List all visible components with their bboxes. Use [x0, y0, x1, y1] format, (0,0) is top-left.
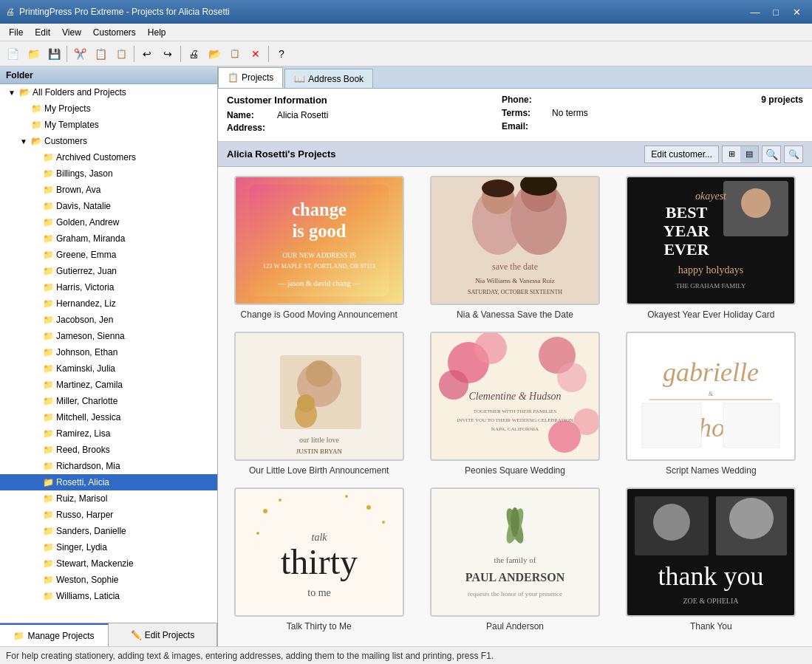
- toolbar-redo[interactable]: ↪: [158, 44, 177, 64]
- tree-item-customers[interactable]: ▼ 📂 Customers: [0, 133, 217, 149]
- toolbar-open[interactable]: 📁: [24, 44, 43, 64]
- tree-item-brown[interactable]: ▶ 📁 Brown, Ava: [0, 182, 217, 198]
- folder-icon-johnson: 📁: [41, 346, 55, 358]
- project-card-little-love[interactable]: our little love JUSTIN BRYAN Our Little …: [227, 332, 411, 476]
- toolbar-new[interactable]: 📄: [3, 44, 22, 64]
- svg-text:the family of: the family of: [494, 555, 536, 564]
- card-image-peonies: Clementine & Hudson TOGETHER WITH THEIR …: [430, 332, 600, 461]
- tree-item-miller[interactable]: ▶ 📁 Miller, Charlotte: [0, 393, 217, 409]
- tree-item-greene[interactable]: ▶ 📁 Greene, Emma: [0, 247, 217, 263]
- manage-label: Manage Projects: [27, 631, 94, 641]
- thumbnail-view-btn[interactable]: ⊞: [723, 146, 740, 162]
- toolbar-help[interactable]: ?: [272, 44, 291, 64]
- tree-item-weston[interactable]: ▶ 📁 Weston, Sophie: [0, 572, 217, 588]
- tree-item-golden[interactable]: ▶ 📁 Golden, Andrew: [0, 214, 217, 230]
- svg-point-71: [653, 504, 690, 541]
- toolbar-save[interactable]: 💾: [44, 44, 64, 64]
- app-icon: 🖨: [6, 7, 15, 17]
- tree-item-davis[interactable]: ▶ 📁 Davis, Natalie: [0, 198, 217, 214]
- toolbar-browse[interactable]: 📂: [205, 44, 224, 64]
- toolbar-cut[interactable]: ✂️: [70, 44, 89, 64]
- phone-label: Phone:: [502, 95, 546, 105]
- projects-header: Alicia Rosetti's Projects Edit customer.…: [218, 142, 812, 167]
- svg-point-56: [382, 521, 385, 524]
- customer-info-bar: Customer Information Name: Alicia Rosett…: [218, 89, 812, 142]
- menu-customers[interactable]: Customers: [87, 24, 142, 41]
- menu-view[interactable]: View: [56, 24, 87, 41]
- project-card-paul[interactable]: the family of PAUL ANDERSON requests the…: [423, 487, 607, 632]
- menu-help[interactable]: Help: [142, 24, 172, 41]
- project-card-thankyou[interactable]: thank you ZOE & OPHELIA Thank You: [619, 487, 803, 632]
- tree-label-brown: Brown, Ava: [55, 185, 100, 195]
- tree-item-singer[interactable]: ▶ 📁 Singer, Lydia: [0, 539, 217, 555]
- project-card-script[interactable]: gabrielle & nicholas Script Names Weddin…: [619, 332, 803, 476]
- folder-icon-harris: 📁: [41, 281, 55, 293]
- toolbar-delete[interactable]: ✕: [246, 44, 265, 64]
- tree-item-richardson[interactable]: ▶ 📁 Richardson, Mia: [0, 458, 217, 474]
- tree-item-gutierrez[interactable]: ▶ 📁 Gutierrez, Juan: [0, 263, 217, 279]
- folder-icon-williams: 📁: [41, 590, 55, 602]
- toolbar-clipboard[interactable]: 📋: [225, 44, 245, 64]
- toolbar-copy[interactable]: 📋: [91, 44, 110, 64]
- tab-address-book[interactable]: 📖 Address Book: [284, 69, 373, 88]
- tree-item-stewart[interactable]: ▶ 📁 Stewart, Mackenzie: [0, 555, 217, 572]
- toolbar-paste[interactable]: 📋: [112, 44, 131, 64]
- project-card-peonies[interactable]: Clementine & Hudson TOGETHER WITH THEIR …: [423, 332, 607, 476]
- edit-customer-button[interactable]: Edit customer...: [644, 146, 719, 163]
- svg-text:SATURDAY, OCTOBER SIXTEENTH: SATURDAY, OCTOBER SIXTEENTH: [468, 289, 562, 295]
- tree-item-ruiz[interactable]: ▶ 📁 Ruiz, Marisol: [0, 490, 217, 507]
- tree-item-all[interactable]: ▼ 📂 All Folders and Projects: [0, 84, 217, 100]
- card-image-okayest: okayest BEST YEAR EVER happy holydays TH…: [626, 176, 796, 305]
- projects-tab-icon: 📋: [228, 72, 239, 83]
- project-card-okayest[interactable]: okayest BEST YEAR EVER happy holydays TH…: [619, 176, 803, 320]
- tree-item-sanders[interactable]: ▶ 📁 Sanders, Danielle: [0, 523, 217, 539]
- tab-projects[interactable]: 📋 Projects: [218, 67, 283, 88]
- tree-item-williams[interactable]: ▶ 📁 Williams, Laticia: [0, 588, 217, 604]
- tree-item-martinez[interactable]: ▶ 📁 Martinez, Camila: [0, 377, 217, 393]
- email-label: Email:: [502, 121, 546, 131]
- project-card-nia-vanessa[interactable]: save the date Nia Williams & Vanessa Rui…: [423, 176, 607, 320]
- tree-item-ramirez[interactable]: ▶ 📁 Ramirez, Lisa: [0, 425, 217, 442]
- svg-text:save the date: save the date: [492, 261, 538, 272]
- close-button[interactable]: ✕: [787, 4, 806, 20]
- tree-toggle-customers[interactable]: ▼: [18, 135, 30, 147]
- tree-item-reed[interactable]: ▶ 📁 Reed, Brooks: [0, 442, 217, 458]
- tree-item-my-projects[interactable]: ▶ 📁 My Projects: [0, 100, 217, 117]
- tree-item-johnson[interactable]: ▶ 📁 Johnson, Ethan: [0, 344, 217, 360]
- folder-icon-stewart: 📁: [41, 558, 55, 569]
- tree-container[interactable]: ▼ 📂 All Folders and Projects ▶ 📁 My Proj…: [0, 84, 217, 623]
- tree-item-billings[interactable]: ▶ 📁 Billings, Jason: [0, 165, 217, 182]
- tree-toggle-all[interactable]: ▼: [6, 86, 18, 98]
- edit-projects-tab[interactable]: ✏️ Edit Projects: [109, 623, 217, 646]
- zoom-out-button[interactable]: 🔍: [784, 146, 803, 163]
- folder-icon-hernandez: 📁: [41, 298, 55, 309]
- menu-file[interactable]: File: [3, 24, 29, 41]
- tree-item-mitchell[interactable]: ▶ 📁 Mitchell, Jessica: [0, 409, 217, 425]
- project-card-thirty[interactable]: talk thirty to me Talk Thirty to Me: [227, 487, 411, 632]
- menu-edit[interactable]: Edit: [29, 24, 56, 41]
- tree-item-kaminski[interactable]: ▶ 📁 Kaminski, Julia: [0, 360, 217, 377]
- tree-item-russo[interactable]: ▶ 📁 Russo, Harper: [0, 507, 217, 523]
- manage-icon: 📁: [13, 631, 24, 641]
- svg-point-35: [474, 333, 507, 364]
- tree-item-jameson[interactable]: ▶ 📁 Jameson, Sienna: [0, 328, 217, 344]
- tree-item-harris[interactable]: ▶ 📁 Harris, Victoria: [0, 279, 217, 295]
- tree-item-graham[interactable]: ▶ 📁 Graham, Miranda: [0, 230, 217, 247]
- toolbar-print[interactable]: 🖨: [184, 44, 203, 64]
- project-card-change-is-good[interactable]: change is good OUR NEW ADDRESS IS 123 W …: [227, 176, 411, 320]
- tree-item-rosetti[interactable]: ▶ 📁 Rosetti, Alicia: [0, 474, 217, 490]
- left-panel: Folder ▼ 📂 All Folders and Projects ▶ 📁 …: [0, 66, 218, 646]
- address-book-tab-icon: 📖: [294, 74, 305, 84]
- minimize-button[interactable]: —: [746, 4, 765, 20]
- tree-item-archived[interactable]: ▶ 📁 Archived Customers: [0, 149, 217, 165]
- maximize-button[interactable]: □: [766, 4, 785, 20]
- toolbar-undo[interactable]: ↩: [137, 44, 157, 64]
- tree-item-hernandez[interactable]: ▶ 📁 Hernandez, Liz: [0, 295, 217, 312]
- project-count: 9 projects: [761, 95, 803, 105]
- tree-item-jacobson[interactable]: ▶ 📁 Jacobson, Jen: [0, 312, 217, 328]
- svg-text:123 W MAPLE ST, PORTLAND, OR 9: 123 W MAPLE ST, PORTLAND, OR 97111: [262, 262, 375, 270]
- zoom-in-button[interactable]: 🔍: [762, 146, 781, 163]
- grid-view-btn[interactable]: ▤: [740, 146, 758, 162]
- tree-item-my-templates[interactable]: ▶ 📁 My Templates: [0, 117, 217, 133]
- manage-projects-tab[interactable]: 📁 Manage Projects: [0, 623, 109, 646]
